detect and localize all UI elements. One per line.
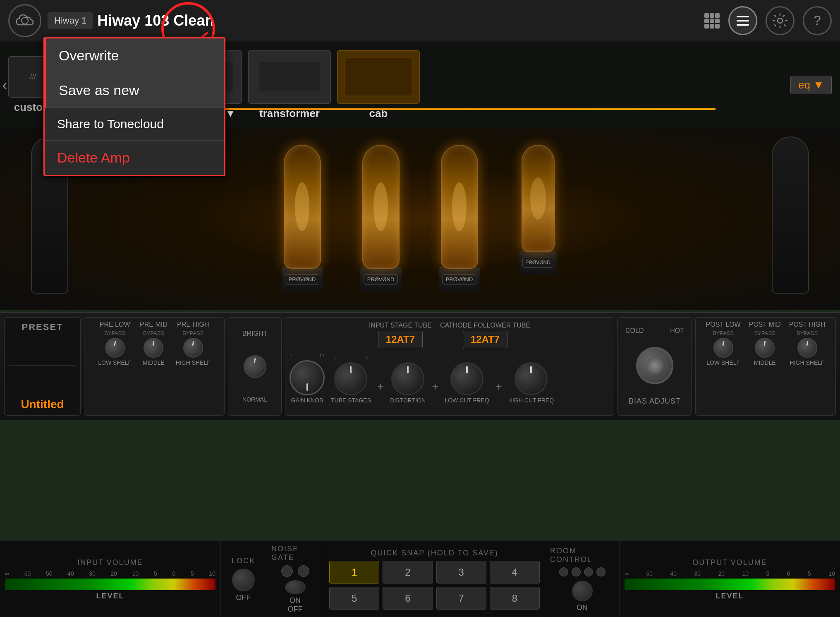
- svg-rect-35: [704, 13, 709, 18]
- help-button[interactable]: ?: [803, 6, 832, 35]
- snap-btn-2[interactable]: 2: [383, 561, 433, 584]
- preset-title: Hiway 103 Clean: [97, 12, 699, 29]
- low-cut-knob[interactable]: [450, 362, 483, 395]
- preset-thumbnail[interactable]: Hiway 1: [48, 12, 93, 29]
- tube-3: PRØVØND: [433, 145, 486, 302]
- tube-stages-knob[interactable]: [334, 362, 367, 395]
- post-high-knob[interactable]: [797, 338, 817, 358]
- room-dots: [559, 567, 605, 576]
- output-level-label: LEVEL: [716, 592, 744, 600]
- distortion-item: DISTORTION: [390, 362, 426, 404]
- pre-mid-bypass: BYPASS: [143, 330, 164, 336]
- share-tonecloud-button[interactable]: Share to Tonecloud: [45, 108, 224, 141]
- post-mid-label: MIDDLE: [754, 359, 776, 366]
- high-cut-label: HIGH CUT FREQ: [508, 397, 554, 404]
- post-high-label-top: POST HIGH: [789, 321, 826, 328]
- output-volume-marks: ∞ 60 40 30 20 10 5 0 5 10: [625, 570, 835, 577]
- grid-view-button[interactable]: [699, 8, 724, 33]
- snap-btn-6[interactable]: 6: [383, 587, 433, 610]
- bottom-bar: INPUT VOLUME ∞ 60 50 40 30 20 10 5 0 5 1…: [0, 540, 840, 617]
- hot-label: HOT: [670, 327, 684, 335]
- noise-gate-title: NOISE GATE: [271, 545, 319, 562]
- pre-high-item: PRE HIGH BYPASS HIGH SHELF: [176, 321, 211, 366]
- transformer-thumb[interactable]: [248, 50, 331, 104]
- bias-section: COLD HOT BIAS ADJUST: [617, 317, 692, 416]
- pre-mid-item: PRE MID BYPASS MIDDLE: [140, 321, 168, 366]
- pre-high-knob[interactable]: [183, 338, 203, 358]
- gain-knob[interactable]: [290, 360, 325, 395]
- bias-knob[interactable]: [636, 347, 673, 384]
- noise-gate-off-label: OFF: [288, 605, 303, 614]
- input-tube-value[interactable]: 12AT7: [378, 331, 423, 348]
- cathode-tube-value[interactable]: 12AT7: [463, 331, 507, 348]
- plus-sign-3: +: [495, 380, 502, 393]
- snap-btn-4[interactable]: 4: [490, 561, 540, 584]
- pre-low-knob[interactable]: [105, 338, 125, 358]
- room-control-section: ROOM CONTROL ON: [545, 541, 620, 617]
- pre-low-label: LOW SHELF: [98, 359, 132, 366]
- header-right-controls: ?: [766, 6, 832, 35]
- plus-sign-2: +: [432, 380, 438, 393]
- overwrite-button[interactable]: Overwrite: [45, 38, 224, 73]
- post-low-knob[interactable]: [713, 338, 733, 358]
- normal-label: NORMAL: [242, 396, 267, 403]
- settings-button[interactable]: [766, 6, 795, 35]
- pre-high-label-top: PRE HIGH: [177, 321, 209, 328]
- snap-btn-1[interactable]: 1: [329, 561, 379, 584]
- output-volume-section: OUTPUT VOLUME ∞ 60 40 30 20 10 5 0 5 10 …: [620, 541, 840, 617]
- menu-button[interactable]: [728, 6, 757, 35]
- preset-name: Untitled: [21, 398, 64, 411]
- snap-btn-7[interactable]: 7: [436, 587, 486, 610]
- snap-btn-8[interactable]: 8: [490, 587, 540, 610]
- post-high-label: HIGH SHELF: [790, 359, 825, 366]
- noise-gate-toggle[interactable]: [285, 580, 306, 594]
- post-high-item: POST HIGH BYPASS HIGH SHELF: [789, 321, 826, 366]
- svg-point-44: [778, 18, 783, 23]
- high-cut-knob[interactable]: [515, 362, 548, 395]
- menu-bar-3: [737, 24, 749, 26]
- svg-rect-42: [710, 24, 714, 29]
- post-mid-bypass: BYPASS: [754, 330, 775, 336]
- cloud-sync-button[interactable]: [8, 4, 41, 37]
- input-tube-label: INPUT STAGE TUBE: [369, 322, 432, 329]
- bright-knob[interactable]: [244, 355, 266, 378]
- pre-high-bypass: BYPASS: [182, 330, 203, 336]
- save-as-new-button[interactable]: Save as new: [45, 73, 224, 108]
- bias-adjust-label: BIAS ADJUST: [629, 397, 681, 406]
- input-volume-meter[interactable]: [5, 579, 215, 590]
- menu-bar-1: [737, 16, 749, 17]
- cab-thumb[interactable]: [337, 50, 420, 104]
- snap-btn-3[interactable]: 3: [436, 561, 486, 584]
- room-control-toggle[interactable]: [572, 581, 593, 601]
- tube-base-3: PRØVØND: [439, 267, 480, 292]
- quick-snap-title: QUICK SNAP (HOLD TO SAVE): [371, 549, 498, 557]
- gain-label: GAIN KNOB: [291, 397, 323, 404]
- bright-label: BRIGHT: [242, 330, 267, 337]
- snap-btn-5[interactable]: 5: [329, 587, 379, 610]
- pre-low-bypass: BYPASS: [104, 330, 125, 336]
- pre-eq-top-labels: PRE LOW BYPASS LOW SHELF PRE MID BYPASS …: [98, 321, 211, 366]
- signal-chain-left-arrow[interactable]: ‹: [2, 76, 7, 94]
- tube-2: PRØVØND: [354, 145, 408, 302]
- controls-panel: PRESET Untitled PRE LOW BYPASS LOW SHELF…: [0, 312, 840, 420]
- dropdown-menu: Overwrite Save as new Share to Tonecloud…: [43, 37, 225, 176]
- post-mid-label-top: POST MID: [749, 321, 781, 328]
- tube-glass-1: [284, 145, 321, 269]
- large-tube-right: [766, 136, 815, 310]
- post-mid-item: POST MID BYPASS MIDDLE: [749, 321, 781, 366]
- lock-off-label: OFF: [236, 593, 251, 602]
- output-volume-meter[interactable]: [625, 579, 835, 590]
- header-bar: Hiway 1 Hiway 103 Clean ?: [0, 0, 840, 41]
- delete-amp-button[interactable]: Delete Amp: [45, 141, 224, 175]
- quick-snap-section: QUICK SNAP (HOLD TO SAVE) 1 2 3 4 5 6 7 …: [324, 541, 545, 617]
- distortion-knob[interactable]: [391, 362, 424, 395]
- svg-rect-36: [710, 13, 714, 18]
- tube-base-2: PRØVØND: [360, 267, 402, 292]
- post-mid-knob[interactable]: [755, 338, 775, 358]
- eq-button[interactable]: eq ▼: [790, 76, 832, 94]
- lock-toggle[interactable]: [232, 569, 255, 591]
- cathode-tube-label: CATHODE FOLLOWER TUBE: [440, 322, 530, 329]
- room-control-title: ROOM CONTROL: [550, 547, 614, 564]
- room-dot-4: [596, 567, 605, 576]
- pre-mid-knob[interactable]: [144, 338, 163, 358]
